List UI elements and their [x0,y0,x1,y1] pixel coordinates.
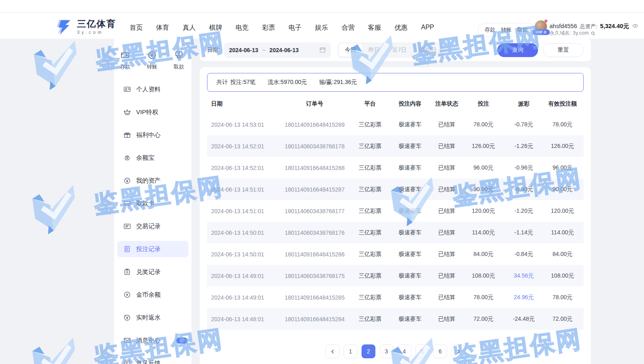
sidebar-item[interactable]: 交易记录 [117,218,188,234]
content-card: 共计 投注:57笔 流水:5970.00元 输/赢:291.36元 日期 订单号… [200,67,591,364]
eye-icon[interactable] [632,22,639,29]
quick-action[interactable]: 取款 [174,50,184,71]
sidebar-item[interactable]: 我的资产 [117,172,188,189]
wallet-action[interactable]: 转账 [501,26,512,33]
nav-item[interactable]: 真人 [183,24,196,32]
quick-range-button[interactable]: 近7日 [386,44,413,57]
sidebar-item[interactable]: 消息中心 37 [117,332,188,349]
nav-item[interactable]: 优惠 [395,24,408,32]
bet-record-icon [123,245,131,253]
table-row[interactable]: 2024-06-13 14:50:01 1801140916648415286 … [207,243,584,265]
nav-item[interactable]: 棋牌 [209,24,222,32]
vip-badge: VIP 0 [532,29,550,35]
nav-item[interactable]: APP [421,24,434,32]
pagination: 123456 [200,344,591,358]
summary-prefix: 共计 [216,79,228,86]
sidebar-quick-actions: 存款 转账 取款 [114,39,192,71]
search-icon[interactable] [590,31,596,36]
quick-range-button[interactable]: 昨日 [362,44,386,57]
page-button[interactable]: 5 [415,344,429,358]
prev-page-button[interactable] [326,344,340,358]
sidebar-item[interactable]: 金币余额 [117,287,188,303]
nav-item[interactable]: 电子 [289,24,302,32]
watermark-shield-icon [24,334,92,364]
col-bet: 投注 [461,100,506,108]
sidebar-item[interactable]: 个人资料 [117,81,188,97]
main-nav: 首页体育真人棋牌电竞彩票电子娱乐合营客服优惠APP [130,24,434,32]
transfer-icon [147,50,157,60]
unread-badge: 37 [176,338,187,344]
topbar: 三亿体育 3y.com 首页体育真人棋牌电竞彩票电子娱乐合营客服优惠APP 存款… [0,0,644,39]
sidebar: 存款 转账 取款 个人资料 VIP特权 福利中心 余额宝 我的资产 取款卡 交易… [114,39,192,364]
summary-bets: 投注:57笔 [230,79,255,86]
sidebar-item[interactable]: VIP特权 [117,104,188,120]
table-row[interactable]: 2024-06-13 14:48:01 1801140916648415284 … [207,308,584,330]
rebate-icon [123,313,131,322]
sidebar-item[interactable]: 兑奖记录 [117,264,188,280]
date-range-input[interactable]: 2024-06-13 ~ 2024-06-13 [224,42,331,58]
chevron-left-icon [330,349,336,355]
page-buttons: 123456 [344,344,447,358]
reset-button[interactable]: 重置 [543,43,584,57]
quick-range-group: 今日昨日近7日近30日 [337,42,444,58]
my-assets-icon [123,176,131,185]
table-header: 日期 订单号 平台 投注内容 注单状态 投注 派彩 有效投注额 [207,94,584,114]
search-button[interactable]: 查询 [497,43,538,57]
table-row[interactable]: 2024-06-13 14:51:01 1801140603438768177 … [207,200,584,222]
nav-item[interactable]: 合营 [342,24,355,32]
table-row[interactable]: 2024-06-13 14:49:01 1801140603438768175 … [207,265,584,287]
col-order: 订单号 [276,100,353,108]
avatar-notification-dot [545,20,547,22]
quick-action[interactable]: 存款 [120,50,130,71]
logo[interactable]: 三亿体育 3y.com [55,18,116,36]
table-row[interactable]: 2024-06-13 14:52:01 1801140603438768178 … [207,135,584,157]
table-body: 2024-06-13 14:53:01 1801140916648415289 … [207,114,584,330]
nav-item[interactable]: 首页 [130,24,143,32]
sidebar-item[interactable]: 福利中心 [117,127,188,143]
table-row[interactable]: 2024-06-13 14:52:01 1801140916648415288 … [207,157,584,179]
summary-turnover: 流水:5970.00元 [267,79,307,86]
watermark-shield-icon [26,37,93,93]
col-platform: 平台 [353,100,387,108]
quick-range-button[interactable]: 今日 [339,44,362,57]
quick-action[interactable]: 转账 [147,50,157,71]
deposit-icon [120,50,130,60]
nav-item[interactable]: 体育 [156,24,169,32]
transaction-list-icon [123,222,131,230]
sidebar-item[interactable]: 意见反馈 [117,355,188,364]
permanent-domain: 永久域名: 3y.com [549,30,589,37]
calendar-icon[interactable] [319,46,326,53]
page-button[interactable]: 1 [344,344,357,358]
wallet-actions: 存款转账取款 [478,23,535,37]
profile-card-icon [123,85,131,93]
table-row[interactable]: 2024-06-13 14:53:01 1801140916648415289 … [207,114,584,135]
watermark-shield-icon [24,181,92,238]
username[interactable]: ahsfd4556 [549,23,577,29]
sidebar-item[interactable]: 余额宝 [117,150,188,166]
wallet-action[interactable]: 存款 [485,26,495,33]
nav-item[interactable]: 客服 [368,24,381,32]
sidebar-item[interactable]: 实时返水 [117,309,188,326]
nav-item[interactable]: 彩票 [262,24,275,32]
sidebar-item[interactable]: 投注记录 [117,241,188,257]
sidebar-menu: 个人资料 VIP特权 福利中心 余额宝 我的资产 取款卡 交易记录 投注记录 兑… [114,81,192,364]
next-page-button[interactable] [451,344,465,358]
chevron-right-icon [455,349,461,355]
table-row[interactable]: 2024-06-13 14:49:01 1801140916648415285 … [207,287,584,308]
table-row[interactable]: 2024-06-13 14:50:01 1801140603438768176 … [207,222,584,243]
sidebar-item[interactable]: 取款卡 [117,195,188,212]
coin-icon [123,291,131,299]
page-button[interactable]: 2 [362,344,375,358]
table-row[interactable]: 2024-06-13 14:51:01 1801140916648415287 … [207,179,584,200]
nav-item[interactable]: 电竞 [236,24,249,32]
wallet-action[interactable]: 取款 [517,26,528,33]
quick-range-button[interactable]: 近30日 [413,44,443,57]
nav-item[interactable]: 娱乐 [315,24,328,32]
feedback-icon [123,359,131,364]
balance-purse-icon [123,154,131,162]
page-button[interactable]: 4 [397,344,411,358]
page-button[interactable]: 6 [433,344,447,358]
col-date: 日期 [207,100,276,108]
date-to: 2024-06-13 [269,47,299,53]
page-button[interactable]: 3 [379,344,393,358]
